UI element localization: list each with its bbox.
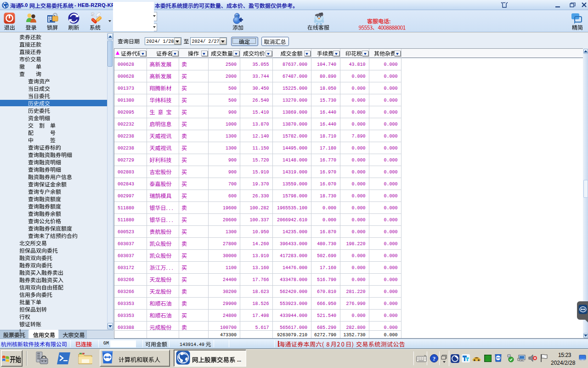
svg-text:?: ? [433,355,436,362]
